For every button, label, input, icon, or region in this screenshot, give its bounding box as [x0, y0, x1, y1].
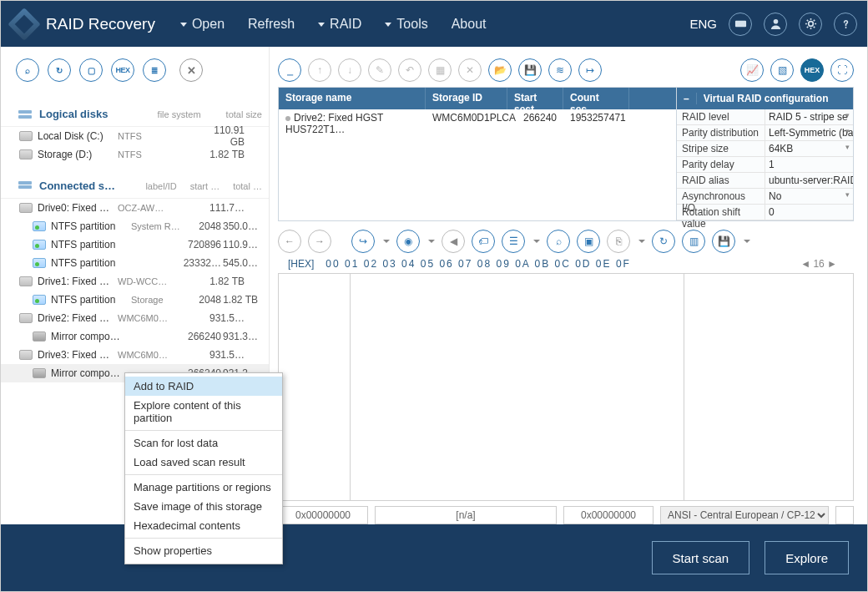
reload-icon[interactable]: ↻: [652, 230, 675, 253]
context-item[interactable]: Hexadecimal contents: [125, 516, 282, 535]
collapse-icon[interactable]: –: [677, 93, 697, 104]
layers-icon[interactable]: ≋: [548, 58, 572, 82]
col-start-sect[interactable]: Start sect…: [507, 88, 563, 109]
drive-icon: [19, 313, 33, 323]
hex-toolbar: ← → ↪ ◉ ◀ 🏷 ☰ ⌕ ▣ ⎘ ↻ ▥ 💾: [278, 230, 854, 253]
logical-disk-row[interactable]: Local Disk (C:)NTFS110.91 GB: [1, 127, 269, 145]
assemble-icon[interactable]: ⎯: [278, 58, 301, 82]
image-icon[interactable]: ▢: [79, 58, 103, 82]
columns-icon[interactable]: ▥: [682, 230, 705, 253]
storage-row[interactable]: NTFS partition23332…545.0…: [1, 254, 269, 272]
move-down-icon[interactable]: ↓: [338, 58, 361, 82]
prev-mark-icon[interactable]: ◀: [442, 230, 465, 253]
status-square[interactable]: [835, 506, 854, 524]
menu-tools[interactable]: Tools: [385, 17, 427, 32]
info-field[interactable]: [375, 506, 557, 524]
col-count-sec[interactable]: Count sec…: [563, 88, 629, 109]
storage-row[interactable]: Drive2: Fixed …WMC6M0…931.5…: [1, 309, 269, 327]
start-scan-button[interactable]: Start scan: [652, 541, 750, 574]
svg-rect-4: [18, 115, 32, 119]
fullscreen-icon[interactable]: ⛶: [830, 58, 854, 82]
tag-icon[interactable]: 🏷: [472, 230, 495, 253]
settings-icon[interactable]: [799, 13, 822, 36]
select-icon[interactable]: ▣: [577, 230, 600, 253]
raid-config-panel: –Virtual RAID configuration RAID levelRA…: [676, 88, 853, 220]
user-icon[interactable]: [764, 13, 787, 36]
storage-row[interactable]: Mirror compo…266240931.3…: [1, 327, 269, 346]
hex-header: [HEX]00 01 02 03 04 05 06 07 08 09 0A 0B…: [288, 258, 854, 270]
context-item[interactable]: Save image of this storage: [125, 497, 282, 516]
move-up-icon[interactable]: ↑: [308, 58, 331, 82]
storage-row[interactable]: Drive1: Fixed …WD-WCC…1.82 TB: [1, 272, 269, 291]
bookmark-icon[interactable]: ◉: [396, 230, 420, 253]
find-drive-icon[interactable]: ⌕: [16, 58, 39, 82]
config-property[interactable]: Rotation shift value0: [677, 205, 853, 220]
drive-icon: [19, 276, 33, 286]
forward-icon[interactable]: →: [308, 230, 331, 253]
svg-rect-3: [18, 110, 32, 114]
raid-toolbar: ⎯ ↑ ↓ ✎ ↶ ▦ ✕ 📂 💾 ≋ ↦ 📈 ▧ HEX ⛶: [278, 58, 854, 82]
hex-mode-icon[interactable]: HEX: [800, 58, 824, 82]
context-item[interactable]: Explore content of this partition: [125, 396, 282, 428]
list-icon[interactable]: ≣: [143, 58, 166, 82]
help-icon[interactable]: [834, 13, 857, 36]
status-bar: ANSI - Central European / CP-1250: [278, 506, 854, 524]
remove-icon[interactable]: ✕: [458, 58, 482, 82]
storage-row[interactable]: NTFS partition720896110.9…: [1, 235, 269, 254]
explore-button[interactable]: Explore: [765, 541, 849, 574]
config-property[interactable]: Parity distributionLeft-Symmetric (ba: [677, 125, 853, 141]
context-item[interactable]: Manage partitions or regions: [125, 478, 282, 497]
mirror-icon: [33, 368, 46, 378]
col-storage-id[interactable]: Storage ID: [426, 88, 507, 109]
svg-rect-0: [734, 21, 745, 28]
storage-row[interactable]: Drive0: Fixed …OCZ-AW…111.7…: [1, 199, 269, 217]
table-row[interactable]: Drive2: Fixed HGST HUS722T1… WMC6M0D1PLC…: [279, 109, 676, 128]
hex-pager[interactable]: ◄ 16 ►: [800, 258, 837, 270]
svg-rect-5: [18, 181, 32, 185]
hex-icon[interactable]: HEX: [111, 58, 134, 82]
context-menu: Add to RAIDExplore content of this parti…: [124, 372, 283, 564]
grid-icon[interactable]: ▦: [428, 58, 452, 82]
keyboard-icon[interactable]: [729, 13, 752, 36]
menu-about[interactable]: About: [452, 17, 487, 32]
context-item[interactable]: Load saved scan result: [125, 453, 282, 472]
export-icon[interactable]: ↦: [578, 58, 602, 82]
encoding-select[interactable]: ANSI - Central European / CP-1250: [660, 506, 829, 524]
jump-icon[interactable]: ↪: [351, 230, 375, 253]
config-property[interactable]: RAID levelRAID 5 - stripe se: [677, 109, 853, 125]
context-item[interactable]: Show properties: [125, 541, 282, 560]
context-item[interactable]: Add to RAID: [125, 377, 282, 396]
menu-raid[interactable]: RAID: [318, 17, 361, 32]
search-hex-icon[interactable]: ⌕: [547, 230, 570, 253]
activity-icon[interactable]: 📈: [740, 58, 764, 82]
title-bar: RAID Recovery Open Refresh RAID Tools Ab…: [1, 1, 867, 47]
refresh-drives-icon[interactable]: ↻: [48, 58, 71, 82]
config-property[interactable]: Parity delay1: [677, 157, 853, 173]
save-icon[interactable]: 💾: [518, 58, 542, 82]
offset1-field[interactable]: [278, 506, 368, 524]
storage-row[interactable]: NTFS partitionStorage20481.82 TB: [1, 291, 269, 309]
config-property[interactable]: RAID aliasubuntu-server:RAID1: [677, 173, 853, 189]
back-icon[interactable]: ←: [278, 230, 301, 253]
hex-viewer[interactable]: [278, 273, 854, 501]
config-property[interactable]: Stripe size64KB: [677, 141, 853, 157]
menu-refresh[interactable]: Refresh: [248, 17, 295, 32]
offset2-field[interactable]: [563, 506, 654, 524]
svg-point-2: [808, 22, 813, 27]
open-icon[interactable]: 📂: [488, 58, 512, 82]
chart-icon[interactable]: ▧: [770, 58, 794, 82]
col-storage-name[interactable]: Storage name: [279, 88, 426, 109]
storage-row[interactable]: NTFS partitionSystem R…2048350.0…: [1, 217, 269, 235]
context-item[interactable]: Scan for lost data: [125, 433, 282, 453]
menu-open[interactable]: Open: [180, 17, 225, 32]
language-selector[interactable]: ENG: [689, 17, 717, 31]
list-struct-icon[interactable]: ☰: [502, 230, 525, 253]
undo-icon[interactable]: ↶: [398, 58, 421, 82]
logical-disk-row[interactable]: Storage (D:)NTFS1.82 TB: [1, 145, 269, 164]
edit-icon[interactable]: ✎: [368, 58, 391, 82]
close-panel-icon[interactable]: ✕: [179, 58, 203, 82]
storage-row[interactable]: Drive3: Fixed …WMC6M0…931.5…: [1, 346, 269, 364]
config-property[interactable]: Asynchronous I/ONo: [677, 189, 853, 205]
copy-icon[interactable]: ⎘: [607, 230, 630, 253]
save-hex-icon[interactable]: 💾: [712, 230, 735, 253]
